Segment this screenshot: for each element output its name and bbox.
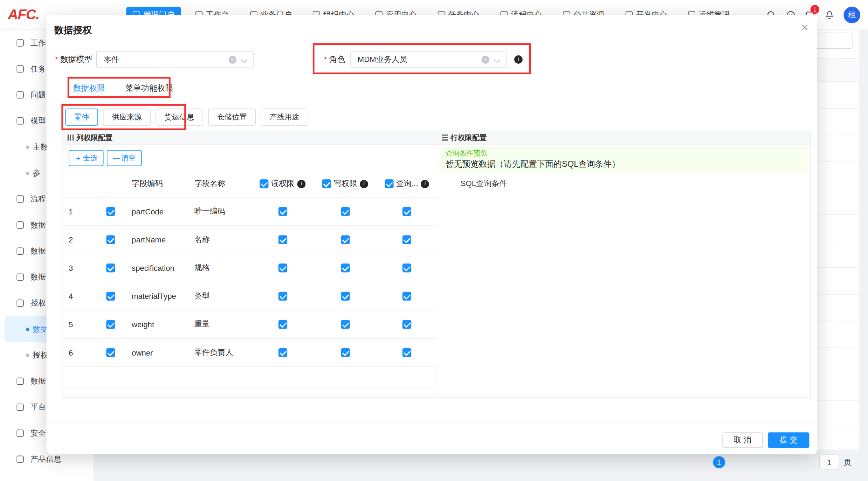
pagination-page-button[interactable]: 1 [713,456,725,468]
write-info-icon[interactable]: i [360,180,368,188]
user-avatar[interactable]: 租 [843,7,860,23]
pagination-jump-input[interactable]: 1 [819,454,839,469]
query-preview-box: 查询条件预览 暂无预览数据（请先配置下面的SQL查询条件） [440,146,807,173]
field-code-header: 字段编码 [126,171,189,197]
read-checkbox[interactable] [278,263,287,272]
row-index: 1 [63,198,95,225]
query-col-checkbox[interactable] [385,179,393,188]
work-icon [16,39,24,47]
field-name: 名称 [189,226,252,254]
chevron-down-icon [494,57,500,63]
field-name: 规格 [189,254,252,282]
query-checkbox[interactable] [402,263,411,272]
field-name: 零件负责人 [189,339,252,366]
bullet-icon [26,145,29,149]
write-checkbox[interactable] [341,207,350,216]
app-logo[interactable]: AFC. [8,6,48,23]
read-checkbox[interactable] [278,320,287,329]
authorization-icon [16,300,24,307]
row-panel-header: 行权限配置 [437,131,810,145]
field-name: 类型 [189,282,252,310]
field-code: partName [126,226,189,254]
bell-icon[interactable] [824,10,834,20]
row-select-checkbox[interactable] [106,348,115,357]
platform-icon [16,404,24,411]
data-icon [16,378,24,385]
row-select-checkbox[interactable] [106,320,115,329]
column-permission-table: 字段编码 字段名称 读权限 i 写权限 i [63,171,437,367]
read-col-checkbox[interactable] [260,179,268,188]
query-checkbox[interactable] [402,235,411,244]
data-model-select[interactable]: 零件 × [96,51,254,68]
field-code: owner [126,339,189,366]
permission-panels: 列权限配置 ＋全选 —清空 字段编码 字段名称 [63,131,811,398]
select-header [95,171,126,197]
entity-tab-supply-source[interactable]: 供应来源 [103,109,151,126]
index-header [63,171,95,197]
table-header-row: 字段编码 字段名称 读权限 i 写权限 i [63,171,437,198]
preview-label: 查询条件预览 [446,149,802,158]
row-index: 5 [63,311,95,338]
data-icon [16,247,24,255]
entity-tab-part[interactable]: 零件 [65,109,98,126]
model-icon [16,117,24,125]
process-icon [16,195,24,203]
field-code: materialType [126,282,189,310]
field-name: 唯一编码 [189,198,252,225]
column-permission-panel: 列权限配置 ＋全选 —清空 字段编码 字段名称 [63,131,437,397]
field-code: partCode [126,198,189,225]
row-select-checkbox[interactable] [106,207,115,216]
row-index: 3 [63,254,95,282]
clear-all-button[interactable]: —清空 [107,150,142,166]
task-icon [16,65,24,73]
read-permission-header: 读权限 i [251,171,314,197]
tab-data-permission[interactable]: 数据权限 [72,78,106,98]
data-authorization-modal: 数据授权 × *数据模型 零件 × *角色 MDM业务人员 × i 数据权限 菜… [47,15,817,454]
write-checkbox[interactable] [341,263,350,272]
submit-button[interactable]: 提 交 [768,432,810,448]
write-permission-header: 写权限 i [314,171,377,197]
write-checkbox[interactable] [341,292,350,301]
table-row: 1 partCode 唯一编码 [63,198,437,226]
query-checkbox[interactable] [402,207,411,216]
write-checkbox[interactable] [341,320,350,329]
field-code: specification [126,254,189,282]
entity-tab-storage-location[interactable]: 仓储位置 [208,109,256,126]
read-checkbox[interactable] [278,207,287,216]
read-checkbox[interactable] [278,348,287,357]
chevron-down-icon [241,57,247,63]
read-info-icon[interactable]: i [297,180,306,188]
row-select-checkbox[interactable] [106,263,115,272]
query-checkbox[interactable] [402,348,411,357]
role-info-icon[interactable]: i [514,55,523,64]
query-info-icon[interactable]: i [421,180,429,188]
write-col-checkbox[interactable] [322,179,331,188]
entity-tab-shipping-info[interactable]: 货运信息 [156,109,203,126]
required-asterisk: * [55,55,58,63]
row-select-checkbox[interactable] [106,235,115,244]
clear-icon[interactable]: × [482,56,489,64]
table-row: 5 weight 重量 [63,311,437,339]
clear-icon[interactable]: × [229,56,236,64]
close-icon[interactable]: × [801,22,808,34]
read-checkbox[interactable] [278,292,287,301]
write-checkbox[interactable] [341,235,350,244]
entity-tab-line-usage[interactable]: 产线用途 [261,109,308,126]
preview-empty-text: 暂无预览数据（请先配置下面的SQL查询条件） [446,159,802,170]
write-checkbox[interactable] [341,348,350,357]
bullet-icon [26,328,29,331]
select-all-button[interactable]: ＋全选 [69,150,104,166]
query-checkbox[interactable] [402,320,411,329]
row-select-checkbox[interactable] [106,292,115,301]
security-icon [16,430,24,437]
columns-icon [68,135,74,140]
cancel-button[interactable]: 取 消 [722,432,763,448]
read-checkbox[interactable] [278,235,287,244]
query-checkbox[interactable] [402,292,411,301]
table-row: 2 partName 名称 [63,226,437,254]
table-row: 4 materialType 类型 [63,282,437,311]
tab-menu-function-permission[interactable]: 菜单功能权限 [124,78,174,98]
role-select[interactable]: MDM业务人员 × [350,51,507,68]
sql-condition-label: SQL查询条件 [461,179,507,188]
product-info-icon [16,456,24,463]
